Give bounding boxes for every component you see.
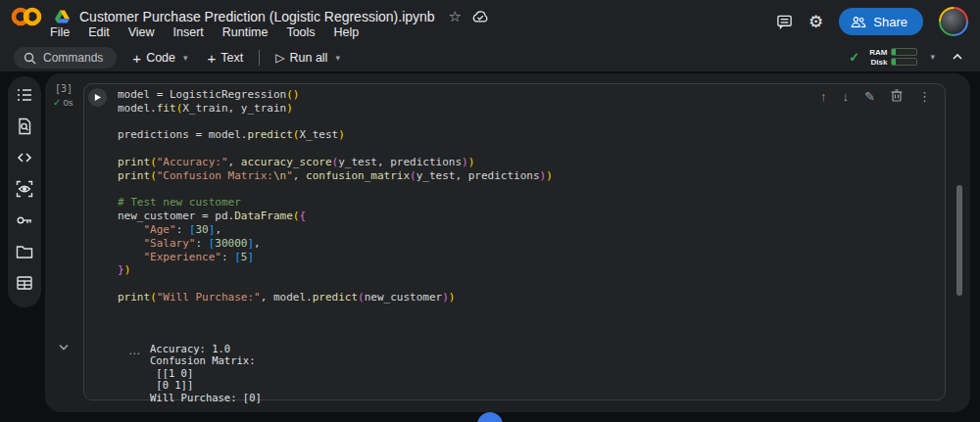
ram-label: RAM — [869, 48, 887, 57]
output-line: Accuracy: 1.0 — [150, 343, 262, 354]
toolbar-divider — [259, 50, 260, 66]
chevron-down-icon[interactable]: ▾ — [332, 53, 340, 63]
code-line: print("Confusion Matrix:\n", confusion_m… — [118, 169, 553, 183]
run-cell-button[interactable] — [88, 88, 107, 107]
menu-item-view[interactable]: View — [128, 25, 155, 39]
code-snippets-icon[interactable] — [15, 148, 34, 167]
menu-item-file[interactable]: File — [50, 25, 70, 39]
disk-label: Disk — [871, 58, 888, 67]
code-cell: ↑ ↓ ✎ ⋮ model = LogisticRegression()mode… — [83, 83, 946, 400]
resource-monitor[interactable]: ✓ RAM Disk ▾ — [849, 44, 964, 70]
disk-usage-bar — [891, 58, 917, 66]
execution-status: ✓ 0s — [53, 97, 73, 108]
find-replace-icon[interactable] — [15, 117, 34, 136]
code-line — [118, 277, 553, 291]
plus-icon: + — [208, 50, 217, 67]
menu-item-insert[interactable]: Insert — [173, 25, 204, 39]
add-code-button[interactable]: + Code ▾ — [128, 50, 191, 67]
cell-toolbar: ↑ ↓ ✎ ⋮ — [820, 89, 931, 104]
collapse-header-chevron-icon[interactable] — [951, 52, 964, 62]
code-line: new_customer = pd.DataFrame({ — [118, 210, 553, 223]
account-avatar[interactable] — [939, 7, 968, 36]
code-line: print("Will Purchase:", model.predict(ne… — [118, 291, 553, 305]
more-options-icon[interactable]: ⋮ — [918, 90, 931, 103]
code-line — [118, 116, 553, 129]
comments-icon[interactable] — [776, 14, 793, 30]
avatar-photo — [941, 9, 966, 34]
menu-item-runtime[interactable]: Runtime — [222, 25, 269, 39]
code-line — [118, 183, 553, 197]
play-icon — [93, 93, 102, 102]
run-all-label: Run all — [289, 51, 327, 65]
gemini-fab-button[interactable] — [477, 412, 503, 422]
run-all-button[interactable]: ▷ Run all ▾ — [271, 51, 344, 65]
search-icon — [24, 52, 36, 65]
secrets-key-icon[interactable] — [15, 211, 34, 230]
output-options-icon[interactable]: ⋯ — [128, 347, 141, 360]
code-line: model = LogisticRegression() — [118, 88, 553, 102]
menu-item-help[interactable]: Help — [334, 25, 360, 39]
notebook-toolbar: Commands + Code ▾ + Text ▷ Run all ▾ — [14, 46, 344, 70]
move-cell-down-icon[interactable]: ↓ — [843, 90, 850, 103]
code-lines[interactable]: model = LogisticRegression()model.fit(X_… — [118, 88, 553, 305]
left-sidebar — [8, 76, 41, 307]
scrollbar-thumb[interactable] — [956, 185, 962, 296]
star-icon[interactable]: ☆ — [449, 8, 462, 25]
code-line: predictions = model.predict(X_test) — [118, 128, 553, 142]
delete-cell-icon[interactable] — [891, 89, 903, 104]
menubar: FileEditViewInsertRuntimeToolsHelp — [50, 25, 359, 39]
code-line: # Test new customer — [118, 196, 553, 210]
commands-label: Commands — [43, 51, 103, 65]
output-line: [0 1]] — [150, 379, 262, 391]
success-check-icon: ✓ — [53, 97, 61, 108]
settings-gear-icon[interactable]: ⚙ — [808, 12, 823, 32]
code-line — [118, 142, 553, 156]
chevron-down-icon[interactable]: ▾ — [927, 52, 935, 62]
chevron-down-icon[interactable]: ▾ — [180, 53, 188, 63]
code-line: "Salary": [30000], — [118, 237, 553, 251]
output-line: [[1 0] — [150, 367, 262, 379]
cloud-save-icon[interactable] — [471, 10, 489, 23]
move-cell-up-icon[interactable]: ↑ — [820, 90, 827, 103]
notebook-title[interactable]: Customer Purchase Prediction (Logistic R… — [79, 9, 435, 24]
edit-cell-icon[interactable]: ✎ — [864, 90, 875, 103]
execution-time: 0s — [63, 97, 73, 108]
execution-count[interactable]: [3] — [55, 83, 73, 94]
data-table-icon[interactable] — [15, 273, 34, 293]
add-text-button[interactable]: + Text — [204, 50, 248, 67]
output-line: Will Purchase: [0] — [150, 392, 262, 403]
add-text-label: Text — [220, 51, 243, 65]
plus-icon: + — [132, 50, 141, 67]
share-button-label: Share — [873, 15, 907, 29]
add-code-label: Code — [146, 51, 175, 65]
variable-inspector-icon[interactable] — [15, 179, 34, 199]
notebook-panel: [3] ✓ 0s ↑ ↓ ✎ ⋮ model = LogisticRegress… — [45, 73, 970, 412]
colab-logo-icon[interactable] — [10, 4, 45, 29]
code-line: }) — [118, 263, 553, 277]
table-of-contents-icon[interactable] — [15, 85, 34, 105]
menu-item-edit[interactable]: Edit — [88, 25, 110, 39]
connected-check-icon: ✓ — [849, 50, 859, 65]
menu-item-tools[interactable]: Tools — [286, 25, 315, 39]
files-folder-icon[interactable] — [15, 242, 34, 261]
share-button[interactable]: Share — [839, 8, 923, 35]
play-outline-icon: ▷ — [275, 51, 284, 65]
code-line: model.fit(X_train, y_train) — [118, 102, 553, 116]
code-line: "Age": [30], — [118, 223, 553, 237]
collapse-output-chevron-icon[interactable] — [58, 338, 70, 355]
output-lines: Accuracy: 1.0Confusion Matrix: [[1 0] [0… — [150, 343, 262, 403]
code-line: "Experience": [5] — [118, 251, 553, 264]
code-line: print("Accuracy:", accuracy_score(y_test… — [118, 156, 553, 169]
commands-search[interactable]: Commands — [14, 47, 117, 69]
output-line: Confusion Matrix: — [150, 354, 262, 366]
drive-icon — [55, 10, 70, 23]
ram-usage-bar — [891, 48, 917, 56]
